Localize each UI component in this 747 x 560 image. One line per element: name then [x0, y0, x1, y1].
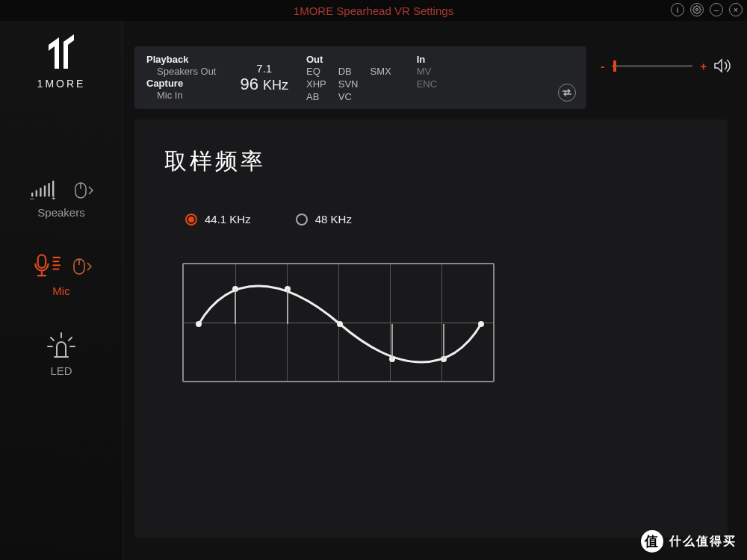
- out-item: EQ: [306, 66, 326, 77]
- svg-point-29: [337, 321, 343, 327]
- out-item: SVN: [338, 78, 359, 90]
- svg-line-23: [69, 337, 72, 340]
- mouse-icon: [73, 258, 85, 275]
- chevron-right-icon: [87, 186, 93, 195]
- chevron-right-icon: [86, 262, 92, 271]
- out-item: AB: [306, 91, 326, 102]
- settings-button[interactable]: [690, 3, 704, 16]
- mouse-icon: [75, 182, 87, 199]
- capture-value: Mic In: [146, 90, 217, 101]
- watermark-text: 什么值得买: [669, 534, 737, 550]
- volume-minus[interactable]: -: [601, 60, 604, 72]
- main-panel: 取样频率 44.1 KHz 48 KHz: [134, 119, 728, 538]
- logo-icon: [44, 34, 78, 73]
- out-item: DB: [338, 66, 359, 77]
- sidebar-item-label: Mic: [52, 284, 69, 297]
- svg-rect-11: [37, 255, 45, 267]
- titlebar: 1MORE Spearhead VR Settings i – ×: [0, 0, 747, 21]
- sidebar-item-speakers[interactable]: – + Speakers: [0, 179, 123, 219]
- radio-label: 48 KHz: [315, 213, 352, 225]
- radio-label: 44.1 KHz: [205, 213, 251, 225]
- out-item: SMX: [370, 66, 391, 77]
- volume-thumb[interactable]: [613, 60, 616, 72]
- svg-point-0: [696, 9, 698, 11]
- radio-48khz[interactable]: 48 KHz: [296, 213, 352, 225]
- status-panel: Playback Speakers Out Capture Mic In 7.1…: [134, 46, 586, 109]
- equalizer-icon: – +: [30, 179, 72, 202]
- out-items: EQ DB SMX XHP SVN AB VC: [306, 66, 391, 102]
- out-item: XHP: [306, 78, 326, 90]
- sidebar-item-label: LED: [50, 364, 72, 377]
- volume-control[interactable]: - +: [601, 58, 731, 73]
- rate-unit: KHz: [263, 78, 288, 93]
- svg-line-22: [51, 337, 54, 340]
- window-controls: i – ×: [671, 3, 743, 16]
- brand-logo: 1MORE: [0, 34, 123, 90]
- close-button[interactable]: ×: [729, 3, 743, 16]
- minimize-button[interactable]: –: [710, 3, 723, 16]
- swap-icon: [562, 89, 572, 96]
- watermark-badge: 值: [641, 530, 663, 553]
- channels-value: 7.1: [256, 62, 272, 75]
- out-label: Out: [306, 54, 391, 65]
- capture-label: Capture: [146, 78, 217, 89]
- radio-ring-icon: [296, 214, 308, 225]
- radio-44-1khz[interactable]: 44.1 KHz: [185, 213, 251, 225]
- sidebar-item-label: Speakers: [37, 206, 84, 219]
- radio-ring-icon: [185, 214, 197, 225]
- in-item: ENC: [417, 78, 437, 90]
- out-item: VC: [338, 91, 359, 102]
- in-label: In: [417, 54, 437, 65]
- brand-text: 1MORE: [37, 78, 86, 90]
- rate-value: 96: [241, 75, 258, 94]
- in-item: MV: [417, 66, 437, 77]
- swap-button[interactable]: [558, 84, 576, 102]
- sample-rate-options: 44.1 KHz 48 KHz: [185, 213, 698, 225]
- info-button[interactable]: i: [671, 3, 684, 16]
- waveform-illustration: [182, 263, 495, 382]
- microphone-icon: [31, 253, 70, 280]
- app-title: 1MORE Spearhead VR Settings: [294, 4, 453, 17]
- sidebar-item-led[interactable]: LED: [0, 332, 123, 377]
- volume-plus[interactable]: +: [700, 60, 707, 72]
- speaker-icon[interactable]: [714, 58, 731, 73]
- svg-point-26: [196, 321, 202, 327]
- sidebar-item-mic[interactable]: Mic: [0, 253, 123, 297]
- svg-text:–: –: [30, 194, 34, 202]
- gear-icon: [692, 5, 701, 14]
- svg-point-32: [478, 321, 484, 327]
- svg-text:+: +: [51, 194, 55, 202]
- page-heading: 取样频率: [164, 146, 698, 177]
- playback-label: Playback: [146, 54, 217, 65]
- playback-value: Speakers Out: [146, 66, 217, 77]
- volume-slider[interactable]: [612, 65, 692, 67]
- led-icon: [46, 332, 76, 360]
- sidebar: 1MORE – + Speakers: [0, 21, 123, 560]
- watermark: 值 什么值得买: [641, 530, 737, 553]
